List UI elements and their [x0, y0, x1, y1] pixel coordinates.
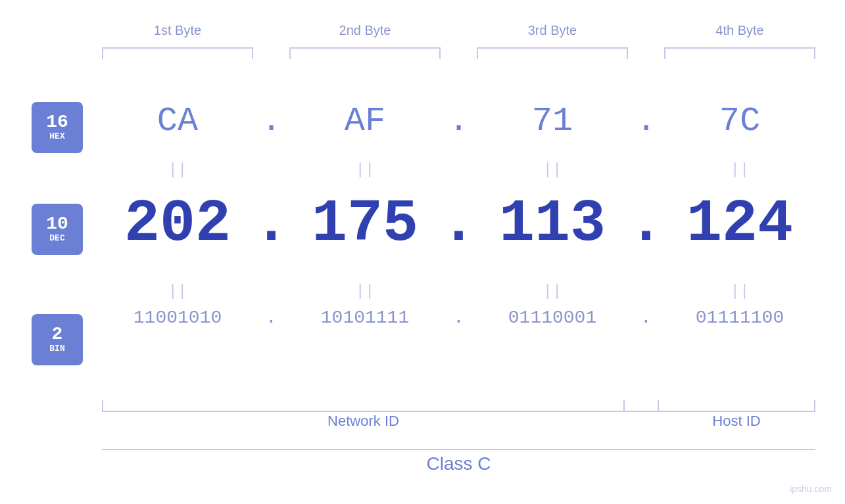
dec-val-3: 113 [477, 191, 628, 258]
total-bracket [102, 449, 815, 450]
class-c-label: Class C [102, 453, 815, 474]
eq2-4: || [664, 283, 815, 300]
hex-val-2: AF [289, 102, 441, 141]
eq2-1: || [102, 283, 253, 300]
dec-dot-1: . [253, 191, 289, 258]
dec-val-1: 202 [102, 191, 253, 258]
hex-dot-2: . [441, 102, 477, 141]
hex-val-3: 71 [477, 102, 628, 141]
equals-row-2: || || || || [102, 283, 815, 300]
eq2-3: || [477, 283, 628, 300]
host-id-bracket [658, 400, 815, 412]
bracket-byte2 [289, 47, 441, 59]
col-header-3: 3rd Byte [477, 23, 628, 38]
bin-val-3: 01110001 [477, 308, 628, 328]
dec-val-2: 175 [289, 191, 441, 258]
col-header-4: 4th Byte [664, 23, 815, 38]
hex-val-4: 7C [664, 102, 815, 141]
col-header-2: 2nd Byte [289, 23, 441, 38]
bin-val-2: 10101111 [289, 308, 441, 328]
col-header-1: 1st Byte [102, 23, 253, 38]
eq1-3: || [477, 161, 628, 179]
bin-dot-3: . [628, 308, 664, 328]
bin-badge: 2 BIN [32, 314, 83, 365]
hex-dot-3: . [628, 102, 664, 141]
watermark: ipshu.com [790, 484, 832, 494]
network-id-bracket [102, 400, 625, 412]
bin-base-label: BIN [49, 344, 64, 355]
bin-dot-1: . [253, 308, 289, 328]
bin-base-num: 2 [52, 325, 63, 344]
equals-row-1: || || || || [102, 161, 815, 179]
dec-base-label: DEC [49, 233, 64, 244]
bin-val-4: 01111100 [664, 308, 815, 328]
dec-badge: 10 DEC [32, 204, 83, 255]
dec-val-4: 124 [664, 191, 815, 258]
bracket-byte3 [477, 47, 628, 59]
host-id-label: Host ID [658, 413, 815, 430]
bracket-byte4 [664, 47, 815, 59]
bin-val-1: 11001010 [102, 308, 253, 328]
dec-dot-2: . [441, 191, 477, 258]
network-id-label: Network ID [102, 413, 625, 430]
eq1-2: || [289, 161, 441, 179]
hex-row: CA . AF . 71 . 7C [102, 102, 815, 141]
eq2-2: || [289, 283, 441, 300]
column-headers: 1st Byte 2nd Byte 3rd Byte 4th Byte [102, 23, 815, 38]
hex-base-num: 16 [46, 113, 68, 131]
bin-row: 11001010 . 10101111 . 01110001 . 0111110… [102, 308, 815, 328]
bin-dot-2: . [441, 308, 477, 328]
dec-dot-3: . [628, 191, 664, 258]
eq1-1: || [102, 161, 253, 179]
top-brackets [102, 47, 815, 59]
eq1-4: || [664, 161, 815, 179]
dec-row: 202 . 175 . 113 . 124 [102, 191, 815, 258]
hex-val-1: CA [102, 102, 253, 141]
hex-base-label: HEX [49, 131, 64, 143]
dec-base-num: 10 [46, 215, 68, 233]
bracket-byte1 [102, 47, 253, 59]
hex-dot-1: . [253, 102, 289, 141]
hex-badge: 16 HEX [32, 102, 83, 153]
